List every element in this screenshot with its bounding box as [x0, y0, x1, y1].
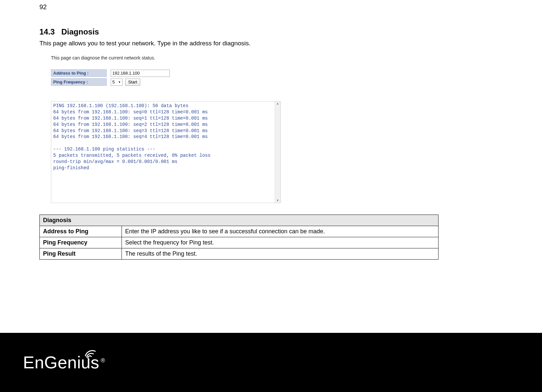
table-row: Address to Ping Enter the IP address you…: [40, 226, 439, 237]
ping-frequency-select[interactable]: 5 ▼: [111, 79, 123, 86]
ping-frequency-value: 5: [112, 80, 115, 84]
address-to-ping-input[interactable]: [111, 70, 170, 77]
def-key: Ping Frequency: [40, 237, 122, 248]
footer: EnGenius®: [0, 333, 542, 392]
screenshot-caption: This page can diagnose the current netwo…: [51, 55, 281, 60]
section-intro: This page allows you to test your networ…: [39, 40, 503, 47]
ping-output-panel: PING 192.168.1.100 (192.168.1.100): 56 d…: [51, 101, 281, 203]
def-val: The results of the Ping test.: [122, 248, 439, 260]
page-number: 92: [39, 3, 503, 11]
scrollbar[interactable]: ▲ ▼: [275, 102, 281, 203]
screenshot-panel: This page can diagnose the current netwo…: [51, 55, 281, 203]
start-button[interactable]: Start: [125, 79, 140, 86]
table-row: Ping Frequency Select the frequency for …: [40, 237, 439, 248]
wifi-icon: [81, 348, 98, 360]
def-table-header: Diagnosis: [40, 215, 439, 226]
table-row: Ping Result The results of the Ping test…: [40, 248, 439, 260]
section-number: 14.3: [39, 27, 55, 36]
ping-output: PING 192.168.1.100 (192.168.1.100): 56 d…: [51, 102, 275, 203]
ping-frequency-label: Ping Frequency :: [51, 78, 107, 86]
def-key: Ping Result: [40, 248, 122, 260]
def-key: Address to Ping: [40, 226, 122, 237]
scroll-up-icon: ▲: [276, 102, 279, 105]
section-title-text: Diagnosis: [61, 27, 99, 36]
ping-form: Address to Ping : Ping Frequency : 5 ▼ S…: [51, 69, 170, 86]
brand-logo: EnGenius®: [23, 353, 105, 372]
address-to-ping-label: Address to Ping :: [51, 69, 107, 77]
diagnosis-definition-table: Diagnosis Address to Ping Enter the IP a…: [39, 215, 439, 260]
chevron-down-icon: ▼: [118, 81, 121, 84]
def-val: Select the frequency for Ping test.: [122, 237, 439, 248]
registered-icon: ®: [101, 357, 105, 364]
section-heading: 14.3 Diagnosis: [39, 27, 503, 36]
scroll-down-icon: ▼: [276, 199, 279, 202]
def-val: Enter the IP address you like to see if …: [122, 226, 439, 237]
